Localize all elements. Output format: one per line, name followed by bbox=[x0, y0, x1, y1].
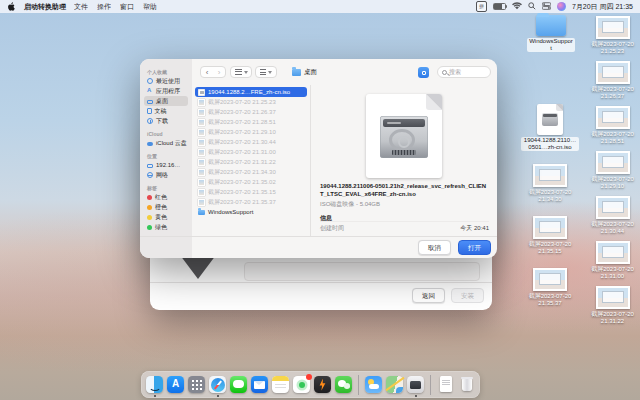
cancel-button[interactable]: 取消 bbox=[418, 240, 451, 255]
file-type-icon bbox=[198, 189, 205, 196]
menubar-menu[interactable]: 帮助 bbox=[143, 2, 157, 12]
dock-item[interactable] bbox=[364, 372, 383, 397]
desktop-icon[interactable]: 截屏2023-07-20 21.31.22 bbox=[585, 286, 640, 325]
menubar-app-name[interactable]: 启动转换助理 bbox=[24, 2, 66, 12]
desktop-icon[interactable]: 截屏2023-07-20 21.31.00 bbox=[585, 241, 640, 280]
file-row[interactable]: 截屏2023-07-20 21.28.51 bbox=[195, 117, 307, 127]
desktop-icon-label: 19044.1288.2110…0501…zh-cn.iso bbox=[521, 137, 579, 151]
sidebar-item-label: 下载 bbox=[156, 117, 168, 126]
file-row[interactable]: 截屏2023-07-20 21.25.23 bbox=[195, 97, 307, 107]
dock-item[interactable] bbox=[355, 372, 362, 397]
search-field[interactable]: 搜索 bbox=[437, 66, 491, 78]
sidebar-item-label: 网络 bbox=[156, 171, 168, 180]
desktop-icon[interactable]: 截屏2023-07-20 21.35.15 bbox=[521, 216, 579, 255]
desktop-icon-label: 截屏2023-07-20 21.31.22 bbox=[586, 311, 640, 325]
sidebar-item[interactable]: 绿色 bbox=[144, 222, 188, 232]
input-method-icon[interactable]: 拼 bbox=[476, 1, 487, 12]
sidebar-item-label: 应用程序 bbox=[156, 87, 180, 96]
file-type-icon bbox=[198, 139, 205, 146]
dock-item[interactable] bbox=[385, 372, 404, 397]
sidebar-item-label: 文稿 bbox=[155, 107, 167, 116]
file-row[interactable]: 截屏2023-07-20 21.31.22 bbox=[195, 157, 307, 167]
sidebar-item[interactable]: 位置 bbox=[144, 151, 188, 160]
sidebar-item[interactable]: 192.16… bbox=[144, 160, 188, 170]
dock-item[interactable] bbox=[145, 372, 164, 397]
dock-item[interactable] bbox=[250, 372, 269, 397]
dock-item[interactable] bbox=[457, 372, 476, 397]
back-nav-button[interactable]: ‹ bbox=[206, 68, 209, 77]
dock-item[interactable] bbox=[313, 372, 332, 397]
sidebar-item[interactable]: 标签 bbox=[144, 183, 188, 192]
view-mode-dropdown[interactable] bbox=[230, 66, 252, 78]
desktop-file-icon bbox=[537, 104, 563, 135]
sidebar-item[interactable]: 网络 bbox=[144, 170, 188, 180]
sidebar-item[interactable]: iCloud bbox=[144, 129, 188, 138]
dock-item[interactable] bbox=[334, 372, 353, 397]
file-row[interactable]: 19044.1288.2…FRE_zh-cn.iso bbox=[195, 87, 307, 97]
dock-item[interactable] bbox=[436, 372, 455, 397]
dock-item[interactable] bbox=[427, 372, 434, 397]
search-icon[interactable] bbox=[528, 2, 536, 11]
file-type-icon bbox=[198, 119, 205, 126]
file-name: 截屏2023-07-20 21.25.23 bbox=[208, 98, 276, 107]
wifi-icon[interactable] bbox=[512, 2, 522, 11]
iso-path-field[interactable] bbox=[244, 262, 480, 281]
toolbar-blue-shortcut-icon[interactable] bbox=[418, 67, 429, 78]
battery-icon[interactable] bbox=[493, 3, 506, 10]
file-row[interactable]: 截屏2023-07-20 21.31.00 bbox=[195, 147, 307, 157]
file-row[interactable]: 截屏2023-07-20 21.30.44 bbox=[195, 137, 307, 147]
desktop-icon[interactable]: 截屏2023-07-20 21.25.23 bbox=[585, 16, 640, 55]
dock-item[interactable] bbox=[187, 372, 206, 397]
back-button[interactable]: 返回 bbox=[412, 288, 445, 303]
desktop-icon-label: 截屏2023-07-20 21.25.23 bbox=[586, 41, 640, 55]
file-row[interactable]: WindowsSupport bbox=[195, 207, 307, 217]
file-row[interactable]: 截屏2023-07-20 21.35.15 bbox=[195, 187, 307, 197]
menubar-menu[interactable]: 操作 bbox=[97, 2, 111, 12]
apple-menu-icon[interactable] bbox=[8, 2, 16, 11]
sidebar-item[interactable]: 红色 bbox=[144, 192, 188, 202]
desktop-icon[interactable]: 19044.1288.2110…0501…zh-cn.iso bbox=[521, 104, 579, 151]
desktop-icon[interactable]: 截屏2023-07-20 21.28.51 bbox=[585, 106, 640, 145]
sidebar-item[interactable]: iCloud 云盘 bbox=[144, 138, 188, 148]
file-row[interactable]: 截屏2023-07-20 21.35.37 bbox=[195, 197, 307, 207]
menubar-menu[interactable]: 文件 bbox=[74, 2, 88, 12]
file-name: 截屏2023-07-20 21.34.30 bbox=[208, 168, 276, 177]
file-row[interactable]: 截屏2023-07-20 21.35.02 bbox=[195, 177, 307, 187]
sidebar-item[interactable]: 下载 bbox=[144, 116, 188, 126]
desktop-file-icon bbox=[596, 151, 630, 174]
file-name: 截屏2023-07-20 21.31.00 bbox=[208, 148, 276, 157]
dock-item[interactable] bbox=[166, 372, 185, 397]
folder-icon bbox=[292, 69, 301, 76]
file-row[interactable]: 截屏2023-07-20 21.34.30 bbox=[195, 167, 307, 177]
menubar-menu[interactable]: 窗口 bbox=[120, 2, 134, 12]
sidebar-item[interactable]: 文稿 bbox=[144, 106, 188, 116]
menubar-datetime[interactable]: 7月20日 周四 21:35 bbox=[572, 2, 633, 12]
control-center-icon[interactable] bbox=[542, 2, 551, 11]
dock-item[interactable] bbox=[229, 372, 248, 397]
location-popup[interactable]: 桌面 bbox=[292, 66, 317, 78]
desktop-folder-windowssupport[interactable]: WindowsSupport bbox=[527, 15, 575, 52]
desktop-icon[interactable]: 截屏2023-07-20 21.30.44 bbox=[585, 196, 640, 235]
sidebar-item[interactable]: 应用程序 bbox=[144, 86, 188, 96]
sidebar-item[interactable]: 个人收藏 bbox=[144, 67, 188, 76]
sidebar-item[interactable]: 最近使用 bbox=[144, 76, 188, 86]
desktop-icon[interactable]: 截屏2023-07-20 21.26.37 bbox=[585, 61, 640, 100]
desktop-icon[interactable]: 截屏2023-07-20 21.29.10 bbox=[585, 151, 640, 190]
dock-item[interactable] bbox=[271, 372, 290, 397]
desktop-icon[interactable]: 截屏2023-07-20 21.35.37 bbox=[521, 268, 579, 307]
window-divider bbox=[150, 282, 492, 283]
dock-item[interactable] bbox=[406, 372, 425, 397]
sidebar-item[interactable]: 橙色 bbox=[144, 202, 188, 212]
group-by-dropdown[interactable] bbox=[255, 66, 277, 78]
file-row[interactable]: 截屏2023-07-20 21.29.10 bbox=[195, 127, 307, 137]
dock-item[interactable] bbox=[208, 372, 227, 397]
sidebar-item[interactable]: 桌面 bbox=[144, 96, 188, 106]
file-row[interactable]: 截屏2023-07-20 21.26.37 bbox=[195, 107, 307, 117]
sidebar-item[interactable]: 黄色 bbox=[144, 212, 188, 222]
dock-item[interactable] bbox=[292, 372, 311, 397]
open-button[interactable]: 打开 bbox=[458, 240, 491, 255]
desktop-icon[interactable]: 截屏2023-07-20 21.34.30 bbox=[521, 164, 579, 203]
dock-app-icon bbox=[188, 376, 205, 393]
siri-icon[interactable] bbox=[557, 2, 566, 11]
forward-nav-button[interactable]: › bbox=[218, 68, 221, 77]
